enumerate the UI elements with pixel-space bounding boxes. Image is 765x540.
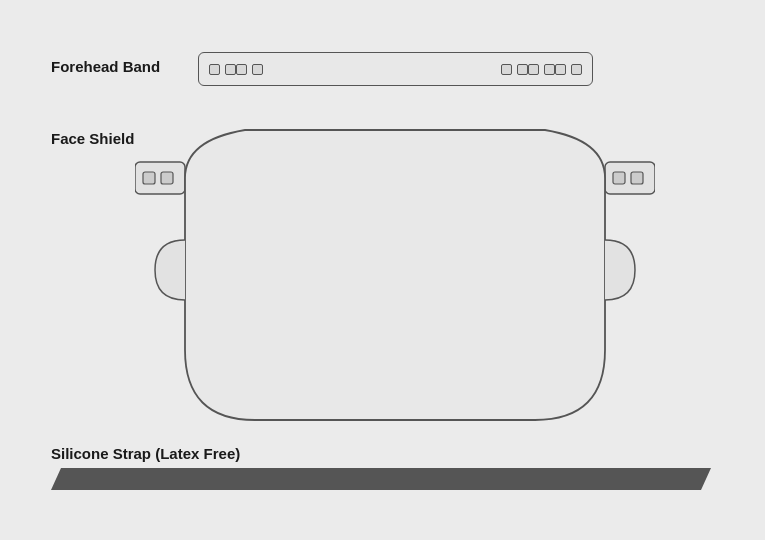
screw bbox=[528, 64, 539, 75]
screw bbox=[544, 64, 555, 75]
face-shield bbox=[135, 110, 655, 440]
screw bbox=[571, 64, 582, 75]
face-shield-label: Face Shield bbox=[51, 130, 134, 147]
svg-rect-1 bbox=[143, 172, 155, 184]
screw-group-left-2 bbox=[236, 64, 263, 75]
screw-group-right-2 bbox=[528, 64, 555, 75]
screw bbox=[252, 64, 263, 75]
screw bbox=[225, 64, 236, 75]
face-shield-svg bbox=[135, 110, 655, 440]
forehead-band bbox=[198, 52, 593, 86]
silicone-strap-label: Silicone Strap (Latex Free) bbox=[51, 445, 240, 462]
svg-rect-5 bbox=[631, 172, 643, 184]
svg-rect-2 bbox=[161, 172, 173, 184]
screw bbox=[236, 64, 247, 75]
screw bbox=[517, 64, 528, 75]
forehead-band-label: Forehead Band bbox=[51, 58, 160, 75]
screw bbox=[555, 64, 566, 75]
screw bbox=[209, 64, 220, 75]
silicone-strap bbox=[51, 468, 711, 490]
screw-group-right-3 bbox=[555, 64, 582, 75]
svg-rect-4 bbox=[613, 172, 625, 184]
screw-group-left-1 bbox=[209, 64, 236, 75]
screw bbox=[501, 64, 512, 75]
screw-group-right-1 bbox=[501, 64, 528, 75]
